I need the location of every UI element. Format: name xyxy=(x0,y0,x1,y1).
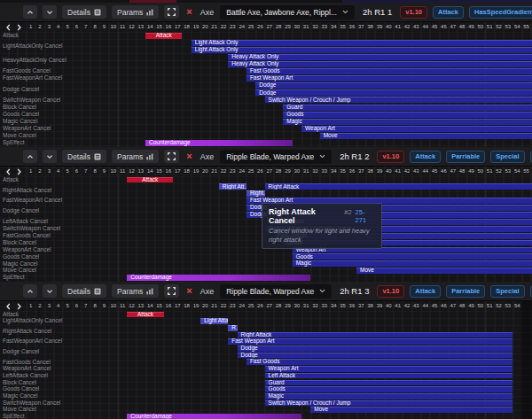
ruler-tick: 39 xyxy=(377,24,383,29)
timeline-bar-right[interactable]: Right... xyxy=(246,190,265,197)
timeline-bar-fast-weapon-art[interactable]: Fast Weapon Art xyxy=(246,75,532,81)
timeline-bar-fast-weapon-art[interactable]: Fast Weapon Art xyxy=(228,338,512,345)
expand-button[interactable] xyxy=(164,284,179,298)
timeline-bar-goods[interactable]: Goods xyxy=(293,253,532,260)
details-button[interactable]: Details xyxy=(62,150,106,163)
scroll-right-button[interactable] xyxy=(14,167,24,176)
close-button[interactable]: × xyxy=(184,151,193,161)
timeline-bar-magic[interactable]: Magic xyxy=(293,260,532,267)
timeline-bar-switch-weapon-crouch-jump[interactable]: Switch Weapon / Crouch / Jump xyxy=(265,97,532,103)
weapon-select[interactable]: Ripple Blade, Warped Axe xyxy=(220,150,332,164)
timeline-bar-fast-goods[interactable]: Fast Goods xyxy=(246,68,532,74)
params-button[interactable]: Params xyxy=(112,150,159,163)
details-button[interactable]: Details xyxy=(62,5,106,19)
tag-badge-parriable: Parriable xyxy=(446,151,485,163)
expand-button[interactable] xyxy=(164,5,179,19)
ruler-tick: 23 xyxy=(230,24,236,29)
move-up-button[interactable] xyxy=(23,5,37,19)
ruler-tick: 42 xyxy=(404,303,411,308)
ruler-tick: 1 xyxy=(29,168,32,174)
params-button[interactable]: Params xyxy=(112,5,159,19)
dropdown-chevron-icon xyxy=(319,154,325,159)
scroll-left-button[interactable] xyxy=(4,167,13,176)
timeline-bar-switch-weapon-crouch-jump[interactable]: Switch Weapon / Crouch / Jump xyxy=(265,400,512,407)
move-up-button[interactable] xyxy=(23,150,37,163)
weapon-select-value: Battle Axe, Jawbone Axe, Rippl... xyxy=(226,8,337,17)
params-chart-icon xyxy=(146,288,153,295)
ruler-tick: 18 xyxy=(184,303,190,308)
scroll-right-button[interactable] xyxy=(14,23,24,32)
timeline-bar-right-att[interactable]: Right Att... xyxy=(219,183,246,190)
ruler-tick: 49 xyxy=(468,168,474,174)
ruler-tick: 6 xyxy=(75,168,78,174)
ruler-tick: 8 xyxy=(93,303,96,308)
timeline-bar-dodge[interactable]: Dodge xyxy=(238,345,513,352)
timeline-bar-right-attack[interactable]: Right Attack xyxy=(265,183,532,190)
timeline-bar-heavy-attack-only[interactable]: Heavy Attack Only xyxy=(228,61,532,67)
attack-slot-label: 2h R1 3 xyxy=(340,286,369,296)
timeline-bar-guard[interactable]: Guard xyxy=(283,105,532,111)
timeline-bar-left-attack[interactable]: Left Attack xyxy=(265,373,512,379)
ruler-tick: 22 xyxy=(221,168,227,174)
timeline-bar-attack[interactable]: Attack xyxy=(127,312,163,318)
ruler-tick: 29 xyxy=(285,168,291,174)
expand-button[interactable] xyxy=(164,150,179,163)
row-label-weaponart-cancel: WeaponArt Cancel xyxy=(3,247,51,253)
move-down-button[interactable] xyxy=(43,150,57,163)
timeline-bar-counterdamage[interactable]: Counterdamage xyxy=(145,140,293,146)
timeline-bar-goods[interactable]: Goods xyxy=(265,386,512,392)
timeline-bar-weapon-art[interactable]: Weapon Art xyxy=(265,366,512,372)
scroll-right-button[interactable] xyxy=(14,302,24,311)
ruler-tick: 45 xyxy=(432,303,438,308)
timeline-bar-goods[interactable]: Goods xyxy=(283,112,532,118)
params-button-label: Params xyxy=(117,152,143,161)
timeline-bar-magic[interactable]: Magic xyxy=(265,393,512,400)
timeline-bar-attack[interactable]: Attack xyxy=(145,33,182,39)
tooltip-event-number: #2 xyxy=(344,208,351,216)
timeline-bar-counterdamage[interactable]: Counterdamage xyxy=(127,275,310,281)
weapon-select[interactable]: Battle Axe, Jawbone Axe, Rippl... xyxy=(220,5,355,19)
timeline-bar-dodge[interactable]: Dodge xyxy=(238,353,513,359)
scroll-left-button[interactable] xyxy=(4,302,13,311)
timeline-bar-move[interactable]: Move xyxy=(320,133,532,139)
timeline-bar-weapon-art[interactable]: Weapon Art xyxy=(301,126,532,132)
move-down-button[interactable] xyxy=(43,284,57,298)
timeline-bar-heavy-attack-only[interactable]: Heavy Attack Only xyxy=(228,54,532,60)
params-button[interactable]: Params xyxy=(112,284,159,298)
details-button[interactable]: Details xyxy=(62,284,106,298)
row-label-goods-cancel: Goods Cancel xyxy=(3,112,39,118)
tag-badge-attack: Attack xyxy=(410,285,441,298)
timeline-bar-right-attack[interactable]: Right Attack xyxy=(238,332,513,338)
timeline-bar-dodge[interactable]: Dodge xyxy=(255,89,532,96)
move-down-button[interactable] xyxy=(43,5,57,19)
move-up-button[interactable] xyxy=(23,284,37,298)
timeline-bar-magic[interactable]: Magic xyxy=(283,119,532,125)
chevron-down-icon xyxy=(46,289,53,294)
ruler-tick: 43 xyxy=(413,24,419,29)
row-label-dodge-cancel: Dodge Cancel xyxy=(3,208,39,214)
timeline-bar-r[interactable]: R... xyxy=(228,325,237,331)
timeline-bar-light-attack-only[interactable]: Light Attack Only xyxy=(192,40,532,46)
timeline-bar-attack[interactable]: Attack xyxy=(127,177,173,183)
ruler-tick: 5 xyxy=(66,24,68,29)
timeline-bar-fast-goods[interactable]: Fast Goods xyxy=(246,359,512,365)
timeline-bar-guard[interactable]: Guard xyxy=(265,380,512,386)
timeline-bar-move[interactable]: Move xyxy=(310,407,512,413)
timeline-bar-counterdamage[interactable]: Counterdamage xyxy=(127,414,301,419)
ruler-tick: 8 xyxy=(93,168,96,174)
close-button[interactable]: × xyxy=(184,7,193,17)
row-label-switchweapon-cancel: SwitchWeapon Cancel xyxy=(3,226,60,232)
timeline-bar-light-atta[interactable]: Light Atta... xyxy=(200,318,228,324)
ruler-tick: 48 xyxy=(459,168,466,174)
timeline-bar-dodge[interactable]: Dodge xyxy=(255,82,532,89)
close-button[interactable]: × xyxy=(184,286,193,296)
scroll-left-button[interactable] xyxy=(4,23,13,32)
ruler-tick: 41 xyxy=(395,24,401,29)
ruler-tick: 25 xyxy=(248,24,254,29)
timeline-bar-move[interactable]: Move xyxy=(356,268,532,274)
weapon-select[interactable]: Ripple Blade, Warped Axe xyxy=(220,284,332,299)
ruler-tick: 35 xyxy=(340,168,346,174)
ruler-tick: 5 xyxy=(66,303,68,308)
details-button-label: Details xyxy=(67,8,90,17)
timeline-bar-light-attack-only[interactable]: Light Attack Only xyxy=(192,47,532,53)
